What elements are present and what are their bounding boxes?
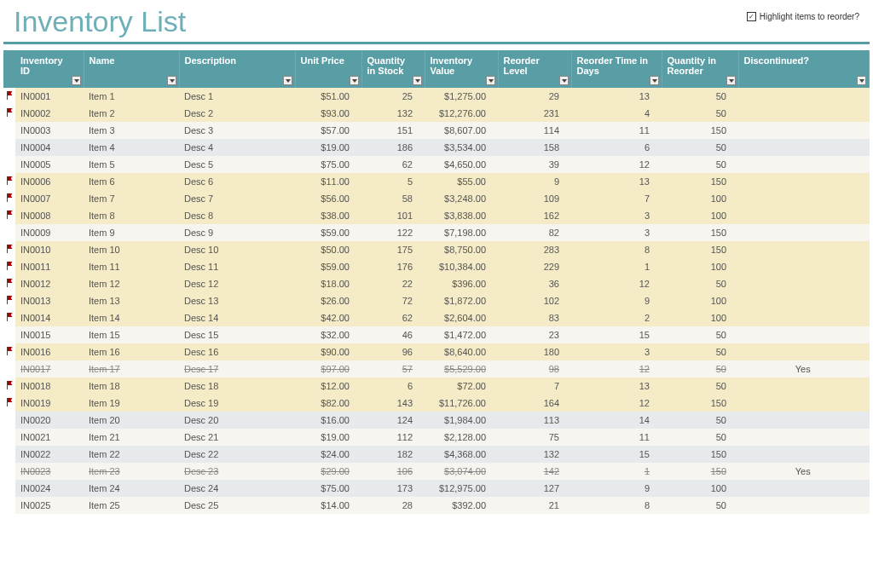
cell-unit: $50.00 (295, 241, 361, 258)
table-row[interactable]: IN0023Item 23Desc 23$29.00106$3,074.0014… (3, 463, 870, 480)
reorder-flag-cell (3, 156, 15, 173)
cell-unit: $29.00 (295, 463, 361, 480)
table-row[interactable]: IN0011Item 11Desc 11$59.00176$10,384.002… (3, 258, 870, 275)
column-header-label: Quantity in Stock (367, 55, 406, 76)
cell-qty: 176 (361, 258, 425, 275)
table-row[interactable]: IN0017Item 17Desc 17$97.0057$5,529.00981… (3, 360, 870, 378)
table-row[interactable]: IN0005Item 5Desc 5$75.0062$4,650.0039125… (3, 156, 870, 173)
cell-desc: Desc 8 (179, 207, 295, 224)
table-row[interactable]: IN0010Item 10Desc 10$50.00175$8,750.0028… (3, 241, 870, 258)
table-row[interactable]: IN0014Item 14Desc 14$42.0062$2,604.00832… (3, 309, 870, 326)
filter-dropdown-icon[interactable] (559, 76, 569, 85)
reorder-flag-cell (3, 446, 15, 463)
table-row[interactable]: IN0012Item 12Desc 12$18.0022$396.0036125… (3, 275, 870, 292)
cell-desc: Desc 17 (179, 360, 295, 378)
cell-days: 14 (571, 412, 662, 429)
cell-desc: Desc 7 (179, 190, 295, 207)
cell-disc (738, 173, 870, 190)
cell-days: 9 (571, 480, 662, 497)
column-header-unit[interactable]: Unit Price (295, 50, 361, 88)
filter-dropdown-icon[interactable] (486, 76, 495, 85)
cell-qtyr: 150 (662, 446, 738, 463)
table-row[interactable]: IN0016Item 16Desc 16$90.0096$8,640.00180… (3, 343, 870, 360)
cell-qtyr: 100 (662, 258, 738, 275)
table-row[interactable]: IN0007Item 7Desc 7$56.0058$3,248.0010971… (3, 190, 870, 207)
cell-desc: Desc 20 (179, 412, 295, 429)
cell-name: Item 7 (84, 190, 179, 207)
column-header-id[interactable]: Inventory ID (15, 50, 84, 88)
table-row[interactable]: IN0018Item 18Desc 18$12.006$72.0071350 (3, 378, 870, 395)
column-header-qtyr[interactable]: Quantity in Reorder (662, 50, 738, 88)
column-header-label: Reorder Level (504, 55, 540, 76)
table-row[interactable]: IN0025Item 25Desc 25$14.0028$392.0021850 (3, 497, 870, 514)
cell-qtyr: 100 (662, 480, 738, 497)
table-row[interactable]: IN0001Item 1Desc 1$51.0025$1,275.0029135… (3, 88, 870, 105)
cell-disc: Yes (738, 360, 870, 378)
table-row[interactable]: IN0021Item 21Desc 21$19.00112$2,128.0075… (3, 429, 870, 446)
column-header-days[interactable]: Reorder Time in Days (571, 50, 662, 88)
table-row[interactable]: IN0019Item 19Desc 19$82.00143$11,726.001… (3, 395, 870, 412)
filter-dropdown-icon[interactable] (650, 76, 659, 85)
cell-disc (738, 309, 870, 326)
page-header: Inventory List ✓ Highlight items to reor… (3, 3, 870, 44)
column-header-name[interactable]: Name (84, 50, 179, 88)
cell-id: IN0015 (15, 326, 84, 343)
table-row[interactable]: IN0015Item 15Desc 15$32.0046$1,472.00231… (3, 326, 870, 343)
table-row[interactable]: IN0022Item 22Desc 22$24.00182$4,368.0013… (3, 446, 870, 463)
cell-id: IN0013 (15, 292, 84, 309)
cell-qty: 62 (361, 156, 425, 173)
cell-name: Item 16 (84, 343, 179, 360)
cell-name: Item 12 (84, 275, 179, 292)
filter-dropdown-icon[interactable] (167, 76, 176, 85)
filter-dropdown-icon[interactable] (72, 76, 81, 85)
column-header-val[interactable]: Inventory Value (425, 50, 498, 88)
table-row[interactable]: IN0020Item 20Desc 20$16.00124$1,984.0011… (3, 412, 870, 429)
table-row[interactable]: IN0002Item 2Desc 2$93.00132$12,276.00231… (3, 105, 870, 122)
cell-unit: $19.00 (295, 139, 361, 156)
column-header-qty[interactable]: Quantity in Stock (361, 50, 425, 88)
table-row[interactable]: IN0004Item 4Desc 4$19.00186$3,534.001586… (3, 139, 870, 156)
filter-dropdown-icon[interactable] (350, 76, 359, 85)
cell-name: Item 15 (84, 326, 179, 343)
cell-reord: 113 (498, 412, 571, 429)
cell-qty: 96 (361, 343, 425, 360)
checkbox-icon[interactable]: ✓ (747, 12, 756, 21)
filter-dropdown-icon[interactable] (857, 76, 866, 85)
column-header-label: Unit Price (301, 55, 344, 66)
table-row[interactable]: IN0024Item 24Desc 24$75.00173$12,975.001… (3, 480, 870, 497)
reorder-flag-cell (3, 275, 15, 292)
cell-val: $2,128.00 (425, 429, 498, 446)
cell-disc (738, 292, 870, 309)
highlight-toggle[interactable]: ✓ Highlight items to reorder? (747, 12, 859, 21)
reorder-flag-cell (3, 326, 15, 343)
cell-unit: $82.00 (295, 395, 361, 412)
column-header-desc[interactable]: Description (179, 50, 295, 88)
table-row[interactable]: IN0003Item 3Desc 3$57.00151$8,607.001141… (3, 122, 870, 139)
column-header-reord[interactable]: Reorder Level (498, 50, 571, 88)
cell-val: $3,248.00 (425, 190, 498, 207)
table-row[interactable]: IN0013Item 13Desc 13$26.0072$1,872.00102… (3, 292, 870, 309)
cell-qty: 6 (361, 378, 425, 395)
cell-qtyr: 50 (662, 156, 738, 173)
cell-desc: Desc 14 (179, 309, 295, 326)
cell-desc: Desc 15 (179, 326, 295, 343)
filter-dropdown-icon[interactable] (283, 76, 292, 85)
table-row[interactable]: IN0006Item 6Desc 6$11.005$55.00913150 (3, 173, 870, 190)
cell-disc (738, 207, 870, 224)
table-row[interactable]: IN0008Item 8Desc 8$38.00101$3,838.001623… (3, 207, 870, 224)
cell-name: Item 13 (84, 292, 179, 309)
column-header-disc[interactable]: Discontinued? (738, 50, 870, 88)
table-row[interactable]: IN0009Item 9Desc 9$59.00122$7,198.008231… (3, 224, 870, 241)
cell-name: Item 4 (84, 139, 179, 156)
reorder-flag-cell (3, 173, 15, 190)
cell-disc (738, 480, 870, 497)
filter-dropdown-icon[interactable] (726, 76, 736, 85)
cell-qty: 25 (361, 88, 425, 105)
cell-id: IN0006 (15, 173, 84, 190)
table-body: IN0001Item 1Desc 1$51.0025$1,275.0029135… (3, 88, 870, 514)
flag-icon (6, 296, 14, 304)
filter-dropdown-icon[interactable] (413, 76, 422, 85)
table-header-row: Inventory IDNameDescriptionUnit PriceQua… (3, 50, 870, 88)
reorder-flag-cell (3, 190, 15, 207)
cell-reord: 109 (498, 190, 571, 207)
